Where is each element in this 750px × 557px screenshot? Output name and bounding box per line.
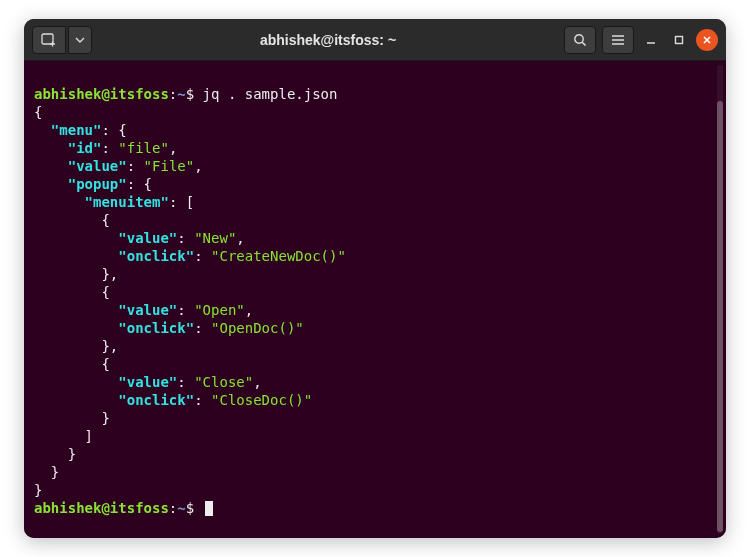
svg-point-3 — [575, 34, 583, 42]
search-button[interactable] — [564, 26, 596, 54]
tab-menu-button[interactable] — [68, 26, 92, 54]
prompt-symbol: $ — [186, 500, 194, 516]
close-icon — [702, 35, 712, 45]
prompt-user: abhishek@itsfoss — [34, 500, 169, 516]
json-key: "value" — [118, 302, 177, 318]
json-string: "file" — [118, 140, 169, 156]
svg-rect-0 — [42, 34, 53, 44]
prompt-path: ~ — [177, 500, 185, 516]
scrollbar-thumb[interactable] — [717, 101, 723, 532]
json-key: "onclick" — [118, 248, 194, 264]
chevron-down-icon — [75, 37, 85, 43]
json-string: "Close" — [194, 374, 253, 390]
json-key: "value" — [68, 158, 127, 174]
json-key: "id" — [68, 140, 102, 156]
prompt-user: abhishek@itsfoss — [34, 86, 169, 102]
json-key: "value" — [118, 230, 177, 246]
new-tab-button[interactable] — [32, 26, 66, 54]
json-key: "value" — [118, 374, 177, 390]
maximize-icon — [673, 34, 685, 46]
prompt-symbol: $ — [186, 86, 194, 102]
json-key: "menu" — [51, 122, 102, 138]
json-key: "onclick" — [118, 320, 194, 336]
json-string: "File" — [144, 158, 195, 174]
terminal-window: abhishek@itsfoss: ~ abhishek@itsfoss:~$ … — [24, 19, 726, 538]
prompt-path: ~ — [177, 86, 185, 102]
titlebar: abhishek@itsfoss: ~ — [24, 19, 726, 61]
titlebar-left-group — [32, 26, 92, 54]
titlebar-right-group — [564, 26, 718, 54]
terminal-body[interactable]: abhishek@itsfoss:~$ jq . sample.json { "… — [24, 61, 726, 538]
json-key: "popup" — [68, 176, 127, 192]
json-string: "CreateNewDoc()" — [211, 248, 346, 264]
json-key: "onclick" — [118, 392, 194, 408]
json-string: "OpenDoc()" — [211, 320, 304, 336]
new-tab-icon — [41, 33, 57, 47]
window-title: abhishek@itsfoss: ~ — [98, 32, 558, 48]
svg-rect-9 — [676, 36, 683, 43]
json-string: "Open" — [194, 302, 245, 318]
hamburger-menu-button[interactable] — [602, 26, 634, 54]
json-key: "menuitem" — [85, 194, 169, 210]
cursor — [205, 501, 213, 516]
svg-line-4 — [582, 42, 585, 45]
close-button[interactable] — [696, 29, 718, 51]
json-brace: { — [34, 104, 42, 120]
minimize-icon — [645, 34, 657, 46]
command-text: jq . sample.json — [203, 86, 338, 102]
maximize-button[interactable] — [668, 29, 690, 51]
json-string: "CloseDoc()" — [211, 392, 312, 408]
json-string: "New" — [194, 230, 236, 246]
hamburger-icon — [611, 34, 625, 46]
scrollbar[interactable] — [717, 65, 723, 534]
search-icon — [573, 33, 587, 47]
minimize-button[interactable] — [640, 29, 662, 51]
